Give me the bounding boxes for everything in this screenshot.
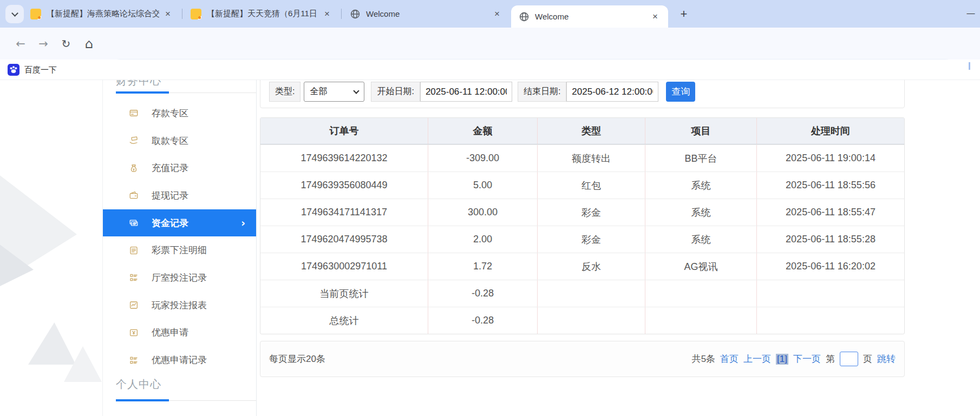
funds-record-table: 订单号 金额 类型 项目 处理时间 1749639614220132 -309.… (260, 117, 905, 334)
chevron-right-icon: › (241, 217, 245, 229)
table-header-row: 订单号 金额 类型 项目 处理时间 (260, 118, 904, 144)
end-date-input[interactable] (566, 82, 658, 102)
project: AG视讯 (645, 253, 757, 280)
sidebar-item-withdraw[interactable]: 取款专区 (103, 127, 256, 155)
type-filter-group: 类型: 全部 (269, 82, 364, 102)
pagination-bar: 每页显示20条 共5条 首页 上一页 [1] 下一页 第 页 跳转 (260, 341, 905, 377)
prev-page-link[interactable]: 上一页 (743, 353, 771, 365)
sidebar-item-label: 资金记录 (152, 217, 188, 229)
time: 2025-06-11 19:00:14 (757, 145, 904, 171)
type: 彩金 (538, 199, 645, 226)
start-date-group: 开始日期: (371, 82, 512, 102)
sidebar-item-funds-record[interactable]: 资金记录 › (103, 209, 256, 237)
total-count-text: 共5条 (692, 353, 715, 365)
sidebar-item-label: 存款专区 (152, 107, 188, 120)
end-date-group: 结束日期: (518, 82, 658, 102)
type: 彩金 (538, 226, 645, 253)
money-bag-icon (129, 163, 139, 173)
scrollbar-hint (969, 62, 970, 70)
jump-prefix-text: 第 (826, 353, 835, 365)
project: 系统 (645, 172, 757, 199)
start-date-label: 开始日期: (371, 82, 420, 102)
background-decoration (28, 322, 76, 365)
sidebar-item-player-bet-report[interactable]: 玩家投注报表 (103, 292, 256, 319)
type (538, 307, 645, 334)
tab-tiantian-guess[interactable]: 【新提醒】天天竞猜（6月11日 × (186, 0, 337, 28)
jump-button[interactable]: 跳转 (877, 353, 896, 365)
project (645, 280, 757, 307)
close-icon[interactable]: × (492, 9, 502, 19)
wallet-icon (129, 190, 139, 200)
table-row: 1749630002971011 1.72 反水 AG视讯 2025-06-11… (260, 253, 904, 280)
current-page-indicator: [1] (776, 354, 788, 365)
sidebar-item-room-bet-record[interactable]: 厅室投注记录 (103, 264, 256, 292)
chart-report-icon (129, 300, 139, 310)
column-header-amount: 金额 (428, 118, 538, 144)
bookmark-baidu[interactable]: 百度一下 (8, 62, 57, 78)
close-icon[interactable]: × (650, 11, 661, 22)
table-row: 1749639356080449 5.00 红包 系统 2025-06-11 1… (260, 171, 904, 199)
reload-button[interactable]: ↻ (57, 35, 75, 52)
summary-label: 总统计 (260, 307, 428, 334)
sidebar-section-finance: 财务中心 (116, 80, 161, 88)
home-button[interactable]: ⌂ (80, 35, 97, 52)
amount: 2.00 (428, 226, 538, 253)
type-select[interactable]: 全部 (304, 82, 364, 102)
hand-money-icon (129, 136, 139, 146)
tab-welcome-active[interactable]: Welcome × (511, 5, 668, 28)
close-icon[interactable]: × (322, 9, 332, 19)
amount: -0.28 (428, 280, 538, 307)
new-tab-button[interactable]: + (676, 6, 692, 22)
tab-divider (341, 9, 342, 19)
coupon-icon (129, 328, 139, 338)
type: 反水 (538, 253, 645, 280)
tab-title: Welcome (366, 9, 488, 18)
jump-page-input[interactable] (840, 352, 858, 366)
sidebar-item-recharge-record[interactable]: 充值记录 (103, 154, 256, 182)
sidebar-item-lottery-bet-detail[interactable]: 彩票下注明细 (103, 236, 256, 264)
sidebar-item-label: 提现记录 (152, 189, 188, 202)
sidebar-item-label: 彩票下注明细 (152, 244, 207, 256)
order-no: 1749639614220132 (260, 145, 428, 171)
filter-bar: 类型: 全部 开始日期: 结束日期: 查询 (260, 80, 905, 108)
amount: -0.28 (428, 307, 538, 334)
time (757, 280, 904, 307)
column-header-order: 订单号 (260, 118, 428, 144)
project: 系统 (645, 199, 757, 226)
sidebar-item-label: 优惠申请 (152, 326, 188, 339)
column-header-project: 项目 (645, 118, 757, 144)
forward-button[interactable]: → (35, 35, 52, 52)
search-button[interactable]: 查询 (666, 82, 695, 102)
amount: -309.00 (428, 145, 538, 171)
sidebar-item-promo-record[interactable]: 优惠申请记录 (103, 346, 256, 374)
order-no: 1749630002971011 (260, 253, 428, 280)
next-page-link[interactable]: 下一页 (793, 353, 821, 365)
tab-haiyan-forum[interactable]: 【新提醒】海燕策略论坛综合交 × (26, 0, 178, 28)
project (645, 307, 757, 334)
close-icon[interactable]: × (162, 9, 173, 19)
start-date-input[interactable] (420, 82, 512, 102)
order-no: 1749634171141317 (260, 199, 428, 226)
tab-strip: 【新提醒】海燕策略论坛综合交 × 【新提醒】天天竞猜（6月11日 × Welco… (0, 0, 980, 28)
end-date-label: 结束日期: (518, 82, 566, 102)
summary-label: 当前页统计 (260, 280, 428, 307)
amount: 5.00 (428, 172, 538, 199)
back-button[interactable]: ← (12, 35, 29, 52)
column-header-time: 处理时间 (757, 118, 904, 144)
section-underline (116, 91, 256, 94)
sidebar-item-deposit[interactable]: 存款专区 (103, 100, 256, 127)
table-row: 1749639614220132 -309.00 额度转出 BB平台 2025-… (260, 144, 904, 171)
sidebar-item-promo-apply[interactable]: 优惠申请 (103, 319, 256, 347)
type-label: 类型: (269, 82, 300, 102)
window-minimize-button[interactable]: — (963, 4, 979, 21)
first-page-link[interactable]: 首页 (720, 353, 739, 365)
jump-suffix-text: 页 (863, 353, 872, 365)
select-chevron-icon (354, 88, 360, 94)
tab-welcome-1[interactable]: Welcome × (345, 0, 507, 28)
project: BB平台 (645, 145, 757, 171)
banknotes-icon (129, 218, 139, 228)
sidebar-item-withdrawal-record[interactable]: 提现记录 (103, 182, 256, 209)
list-icon (129, 355, 139, 365)
type: 额度转出 (538, 145, 645, 171)
tab-search-button[interactable] (5, 5, 24, 23)
